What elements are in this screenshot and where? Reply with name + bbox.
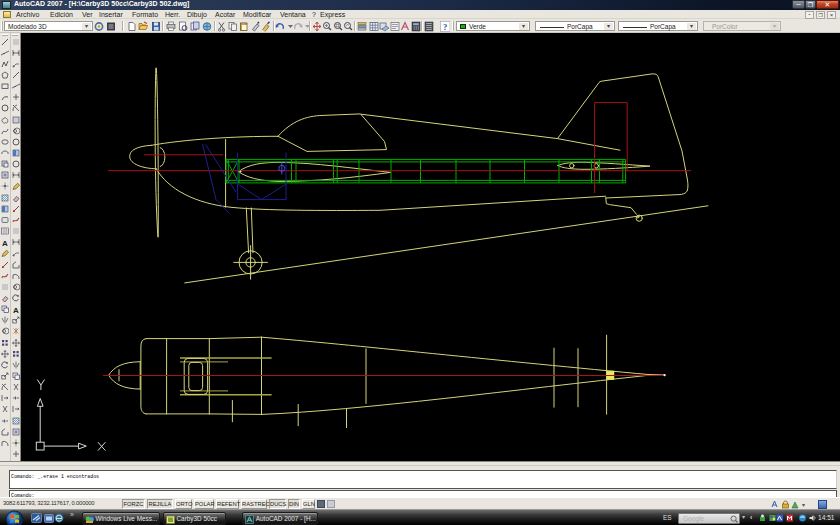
- svg-text:?: ?: [443, 22, 447, 32]
- svg-text:A: A: [13, 306, 19, 314]
- svg-text:A: A: [2, 239, 8, 247]
